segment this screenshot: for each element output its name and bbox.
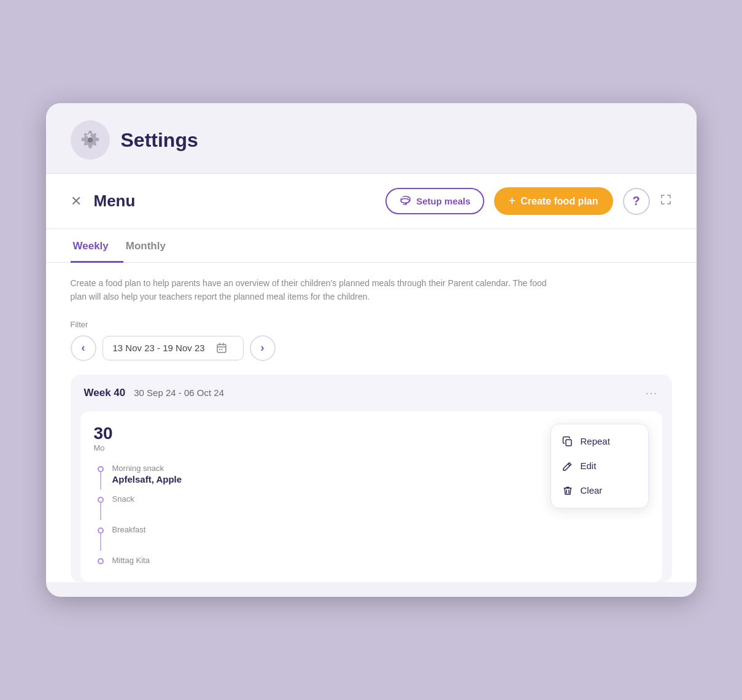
gear-icon-circle [71, 120, 110, 160]
calendar-icon [216, 343, 227, 354]
date-range-text: 13 Nov 23 - 19 Nov 23 [113, 343, 205, 353]
create-plan-label: Create food plan [520, 196, 598, 207]
meal-dot [98, 497, 104, 503]
close-icon[interactable]: ✕ [71, 193, 82, 209]
setup-meals-button[interactable]: Setup meals [385, 188, 484, 214]
main-content: ✕ Menu Setup meals + Create food plan ? [46, 174, 697, 581]
menu-title: Menu [94, 192, 376, 211]
question-mark-icon: ? [632, 194, 640, 208]
svg-point-0 [88, 138, 93, 142]
day-card: 30 Mo Repeat [80, 411, 662, 582]
meal-line [100, 503, 101, 520]
svg-rect-3 [219, 349, 220, 350]
gear-icon [80, 130, 100, 150]
filter-row: ‹ 13 Nov 23 - 19 Nov 23 › [71, 335, 672, 361]
meal-name-morning-snack: Apfelsaft, Apple [112, 474, 182, 484]
trash-icon [562, 485, 573, 496]
meal-item-mittag: Mittag Kita [94, 553, 649, 572]
meal-dot [98, 558, 104, 564]
week-more-button[interactable]: ⋯ [645, 386, 659, 400]
meal-type-mittag: Mittag Kita [112, 556, 150, 565]
svg-rect-2 [217, 344, 226, 352]
prev-week-button[interactable]: ‹ [71, 335, 96, 361]
description-text: Create a food plan to help parents have … [46, 263, 586, 309]
settings-header: Settings [46, 103, 697, 174]
context-menu-clear[interactable]: Clear [551, 478, 648, 503]
meal-dot [98, 466, 104, 472]
context-menu: Repeat Edit Clear [551, 424, 649, 508]
svg-point-1 [401, 199, 409, 203]
date-range-display[interactable]: 13 Nov 23 - 19 Nov 23 [102, 336, 244, 360]
chevron-right-icon: › [261, 341, 265, 354]
week-card: Week 40 30 Sep 24 - 06 Oct 24 ⋯ 30 Mo [71, 375, 672, 582]
meal-dot [98, 527, 104, 534]
menu-bar: ✕ Menu Setup meals + Create food plan ? [46, 174, 697, 229]
meal-type-morning-snack: Morning snack [112, 464, 182, 473]
filter-section: Filter ‹ 13 Nov 23 - 19 Nov 23 [46, 309, 697, 375]
meal-type-snack: Snack [112, 494, 134, 504]
next-week-button[interactable]: › [250, 335, 276, 361]
expand-icon [660, 193, 672, 206]
page-title: Settings [121, 129, 198, 152]
week-number: Week 40 [84, 387, 126, 399]
copy-icon [562, 436, 573, 447]
tab-weekly[interactable]: Weekly [71, 229, 123, 263]
tab-monthly[interactable]: Monthly [123, 229, 180, 263]
meal-type-breakfast: Breakfast [112, 525, 146, 534]
app-container: Settings ✕ Menu Setup meals + Create foo… [46, 103, 697, 596]
tabs-bar: Weekly Monthly [46, 229, 697, 263]
meal-line [100, 472, 101, 489]
plus-icon: + [509, 194, 516, 208]
week-header: Week 40 30 Sep 24 - 06 Oct 24 ⋯ [71, 375, 672, 411]
filter-label: Filter [71, 320, 672, 329]
create-food-plan-button[interactable]: + Create food plan [494, 187, 613, 215]
setup-meals-label: Setup meals [416, 196, 470, 206]
meal-item-breakfast: Breakfast [94, 523, 649, 553]
svg-rect-4 [221, 349, 222, 350]
svg-rect-5 [566, 440, 571, 446]
context-edit-label: Edit [581, 461, 597, 471]
edit-icon [562, 461, 573, 472]
context-repeat-label: Repeat [581, 436, 610, 446]
help-button[interactable]: ? [623, 188, 650, 215]
context-menu-repeat[interactable]: Repeat [551, 429, 648, 454]
week-header-left: Week 40 30 Sep 24 - 06 Oct 24 [84, 387, 225, 399]
meals-icon [399, 195, 411, 208]
chevron-left-icon: ‹ [82, 341, 85, 354]
meal-line [100, 534, 101, 551]
expand-button[interactable] [660, 193, 672, 209]
context-clear-label: Clear [581, 485, 603, 496]
context-menu-edit[interactable]: Edit [551, 454, 648, 478]
week-dates: 30 Sep 24 - 06 Oct 24 [134, 387, 224, 398]
